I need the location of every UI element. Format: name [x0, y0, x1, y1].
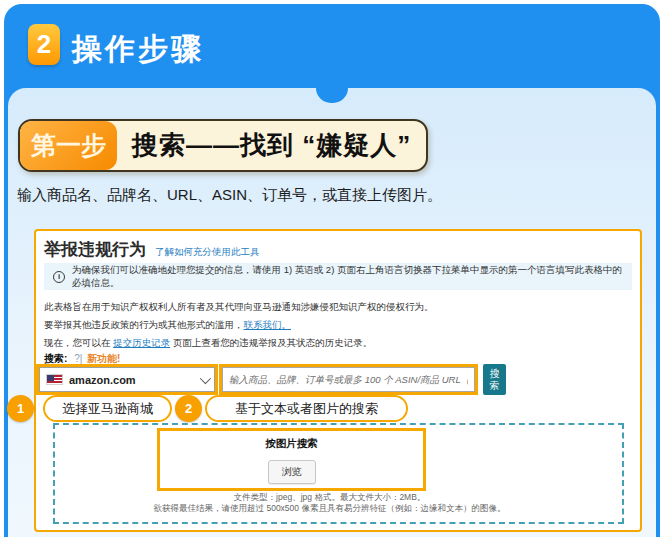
step-banner: 第一步 搜索——找到 “嫌疑人”	[18, 119, 428, 172]
us-flag-icon	[46, 374, 63, 385]
section-number-badge: 2	[28, 24, 60, 65]
form-paragraph-2: 要举报其他违反政策的行为或其他形式的滥用，联系我们。	[44, 319, 291, 332]
image-search-title: 按图片搜索	[160, 437, 423, 451]
blue-card: 2 操作步骤 第一步 搜索——找到 “嫌疑人” 输入商品名、品牌名、URL、AS…	[4, 4, 660, 537]
form-paragraph-1: 此表格旨在用于知识产权权利人所有者及其代理向亚马逊通知涉嫌侵犯知识产权的侵权行为…	[44, 301, 434, 314]
marketplace-dropdown[interactable]: amazon.com	[39, 367, 215, 392]
help-link[interactable]: ?|	[74, 353, 82, 364]
annotation-2-circle: 2	[175, 395, 202, 422]
contact-us-link[interactable]: 联系我们。	[244, 319, 292, 330]
page: 2 操作步骤 第一步 搜索——找到 “嫌疑人” 输入商品名、品牌名、URL、AS…	[0, 0, 664, 537]
page-title: 操作步骤	[72, 29, 204, 70]
search-input-highlight	[219, 364, 478, 395]
info-notice-box: i 为确保我们可以准确地处理您提交的信息，请使用 1) 英语或 2) 页面右上角…	[44, 263, 632, 290]
new-feature-badge[interactable]: 新功能!	[87, 353, 120, 364]
step-title: 搜索——找到 “嫌疑人”	[117, 121, 426, 170]
paragraph-3-prefix: 现在，您可以在	[44, 337, 113, 348]
submission-history-link[interactable]: 提交历史记录	[113, 337, 170, 348]
search-label: 搜索:	[44, 353, 67, 364]
annotation-1-circle: 1	[7, 395, 34, 422]
paragraph-2-text: 要举报其他违反政策的行为或其他形式的滥用，	[44, 319, 244, 330]
paragraph-3-suffix: 页面上查看您的违规举报及其状态的历史记录。	[170, 337, 372, 348]
search-button[interactable]: 搜索	[483, 364, 506, 395]
file-notes: 文件类型：jpeg、jpg 格式。最大文件大小：2MB。 欲获得最佳结果，请使用…	[44, 492, 615, 515]
form-paragraph-3: 现在，您可以在 提交历史记录 页面上查看您的违规举报及其状态的历史记录。	[44, 337, 372, 350]
browse-button[interactable]: 浏览	[268, 460, 316, 484]
step-badge: 第一步	[20, 121, 117, 170]
info-icon: i	[53, 271, 65, 283]
product-search-input[interactable]	[222, 367, 475, 392]
content-notch	[316, 88, 348, 103]
learn-more-link[interactable]: 了解如何充分使用此工具	[155, 246, 260, 259]
form-title-row: 举报违规行为 了解如何充分使用此工具	[44, 238, 260, 261]
file-note-1: 文件类型：jpeg、jpg 格式。最大文件大小：2MB。	[44, 492, 615, 503]
annotation-1-label: 选择亚马逊商城	[43, 395, 172, 422]
file-note-2: 欲获得最佳结果，请使用超过 500x500 像素且具有易分辨特征（例如：边缘和文…	[44, 503, 615, 514]
image-search-highlight: 按图片搜索 浏览	[157, 428, 426, 491]
form-title: 举报违规行为	[44, 238, 146, 261]
marketplace-selected-value: amazon.com	[69, 374, 194, 386]
marketplace-highlight: amazon.com	[36, 364, 218, 395]
info-notice-text: 为确保我们可以准确地处理您提交的信息，请使用 1) 英语或 2) 页面右上角语言…	[72, 264, 623, 290]
step-description: 输入商品名、品牌名、URL、ASIN、订单号，或直接上传图片。	[17, 186, 442, 205]
chevron-down-icon	[200, 372, 211, 383]
report-form-panel: 举报违规行为 了解如何充分使用此工具 i 为确保我们可以准确地处理您提交的信息，…	[34, 229, 642, 532]
content-area: 第一步 搜索——找到 “嫌疑人” 输入商品名、品牌名、URL、ASIN、订单号，…	[8, 88, 656, 537]
annotation-2-label: 基于文本或者图片的搜索	[205, 395, 408, 422]
